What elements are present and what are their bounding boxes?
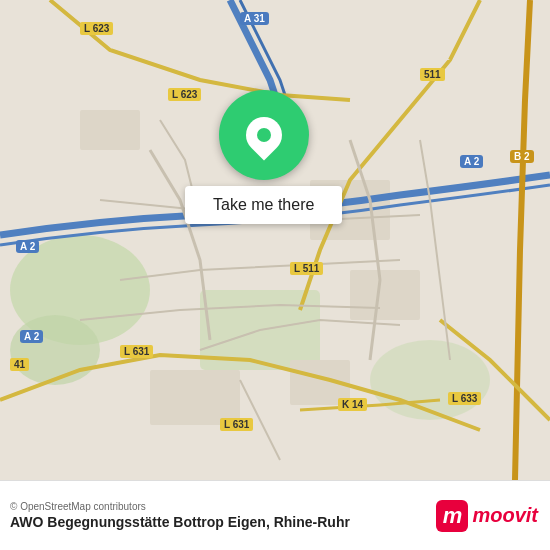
svg-rect-5 — [80, 110, 140, 150]
road-label-l631-bot: L 631 — [220, 418, 253, 431]
map-svg — [0, 0, 550, 480]
svg-rect-8 — [150, 370, 240, 425]
svg-rect-7 — [350, 270, 420, 320]
bottom-info: © OpenStreetMap contributors AWO Begegnu… — [10, 501, 350, 530]
road-label-l631-mid: L 631 — [120, 345, 153, 358]
road-label-b2: B 2 — [510, 150, 534, 163]
svg-point-4 — [370, 340, 490, 420]
road-label-511: 511 — [420, 68, 445, 81]
moovit-logo-icon: m — [436, 500, 468, 532]
road-label-a2-right: A 2 — [460, 155, 483, 168]
road-label-l633: L 633 — [448, 392, 481, 405]
location-pin-container: Take me there — [185, 90, 342, 224]
road-label-k14: K 14 — [338, 398, 367, 411]
road-label-a31: A 31 — [240, 12, 269, 25]
road-label-41: 41 — [10, 358, 29, 371]
map-area: A 31 A 2 A 2 A 2 B 2 L 623 L 623 511 L 5… — [0, 0, 550, 480]
pin-circle — [219, 90, 309, 180]
svg-point-2 — [10, 315, 100, 385]
location-name: AWO Begegnungsstätte Bottrop Eigen, Rhin… — [10, 514, 350, 530]
moovit-brand-name: moovit — [472, 504, 538, 527]
take-me-there-button[interactable]: Take me there — [185, 186, 342, 224]
road-label-a2-mid: A 2 — [16, 240, 39, 253]
moovit-logo[interactable]: m moovit — [436, 500, 538, 532]
road-label-a2-bottom: A 2 — [20, 330, 43, 343]
attribution-text: © OpenStreetMap contributors — [10, 501, 350, 512]
location-pin-icon — [238, 110, 289, 161]
road-label-l511: L 511 — [290, 262, 323, 275]
road-label-l623-top: L 623 — [80, 22, 113, 35]
bottom-bar: © OpenStreetMap contributors AWO Begegnu… — [0, 480, 550, 550]
